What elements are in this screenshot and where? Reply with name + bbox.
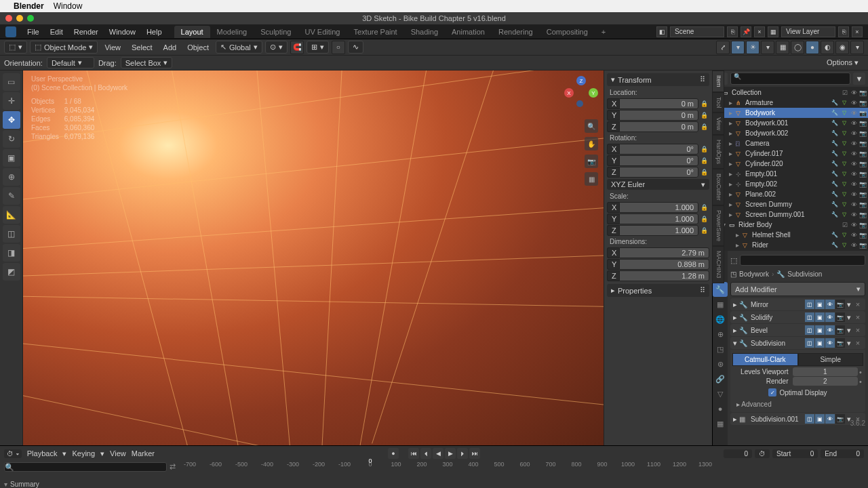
tab-hardops[interactable]: HardOps xyxy=(712,135,724,169)
jump-start-icon[interactable]: ⏮ xyxy=(408,448,419,459)
tool-addcube[interactable]: ◫ xyxy=(3,225,20,243)
viewlayer-new[interactable]: ⎘ xyxy=(838,26,849,37)
scale-y[interactable]: 1.000 xyxy=(619,214,698,224)
tool-scale[interactable]: ▣ xyxy=(3,149,20,167)
nav-gizmo[interactable]: Z X Y xyxy=(564,76,598,110)
ptab-constraints[interactable]: 🔗 xyxy=(713,371,728,386)
levels-render[interactable]: 2 xyxy=(793,377,859,386)
rot-x[interactable]: 0° xyxy=(619,144,698,155)
camera-icon[interactable]: 📷 xyxy=(585,155,598,168)
tree-row[interactable]: ▸⊹Empty.002🔧▽👁📷 xyxy=(713,179,868,189)
modifier-subdivision[interactable]: ▾🔧Subdivision◫▣👁📷▾× xyxy=(730,337,865,349)
select-menu[interactable]: Select xyxy=(127,43,157,52)
tree-row[interactable]: ▸▽Rider🔧▽👁📷 xyxy=(713,240,868,250)
tl-keying[interactable]: Keying xyxy=(72,449,95,458)
axis-x-icon[interactable]: X xyxy=(564,88,574,98)
dim-z[interactable]: 1.28 m xyxy=(619,270,709,281)
scale-x[interactable]: 1.000 xyxy=(619,202,698,213)
tab-animation[interactable]: Animation xyxy=(445,26,492,38)
tl-marker[interactable]: Marker xyxy=(132,449,155,458)
advanced-expand[interactable]: ▸ Advanced xyxy=(732,399,863,410)
minimize-icon[interactable] xyxy=(16,15,23,22)
tab-modeling[interactable]: Modeling xyxy=(210,26,254,38)
optimal-display-check[interactable]: ✓Optimal Display xyxy=(732,386,863,399)
tree-row[interactable]: ▸▽Cylinder.017🔧▽👁📷 xyxy=(713,148,868,159)
menu-edit[interactable]: Edit xyxy=(45,28,68,36)
mode-dropdown[interactable]: ⬚Object Mode▾ xyxy=(30,41,98,54)
gizmo-toggle[interactable]: ▾ xyxy=(731,41,745,54)
pivot-dropdown[interactable]: ⊙▾ xyxy=(265,41,288,54)
ptab-mesh[interactable]: ▽ xyxy=(713,386,728,401)
tab-layout[interactable]: Layout xyxy=(174,26,210,38)
pan-icon[interactable]: ✋ xyxy=(585,137,598,150)
menu-render[interactable]: Render xyxy=(68,28,104,36)
tree-row[interactable]: ▸▽Plane.002🔧▽👁📷 xyxy=(713,189,868,199)
tool-select[interactable]: ▭ xyxy=(3,73,20,91)
tab-rendering[interactable]: Rendering xyxy=(492,26,540,38)
scale-z[interactable]: 1.000 xyxy=(619,225,698,236)
transform-header[interactable]: ▾ Transform⠿ xyxy=(607,73,709,86)
tab-item[interactable]: Item xyxy=(712,70,724,92)
menu-file[interactable]: File xyxy=(22,28,45,36)
tree-row[interactable]: ▸▽Screen Dummy🔧▽👁📷 xyxy=(713,199,868,209)
rot-z[interactable]: 0° xyxy=(619,167,698,178)
tool-cursor[interactable]: ✛ xyxy=(3,92,20,110)
viewlayer-del[interactable]: × xyxy=(852,26,863,37)
add-modifier-button[interactable]: Add Modifier▾ xyxy=(730,282,865,296)
prop-search[interactable] xyxy=(740,255,865,266)
swap-icon[interactable]: ⇄ xyxy=(170,462,179,472)
tab-tool[interactable]: Tool xyxy=(712,92,724,113)
outliner-filter[interactable]: ▼ xyxy=(853,73,865,85)
shade-matprev[interactable]: ◐ xyxy=(821,41,834,54)
tab-view[interactable]: View xyxy=(712,113,724,135)
loc-y[interactable]: 0 m xyxy=(619,110,698,121)
orientation-dropdown[interactable]: ↖Global▾ xyxy=(216,41,262,54)
gizmo-icon[interactable]: ⤤ xyxy=(716,41,730,54)
mac-window-menu[interactable]: Window xyxy=(54,1,83,11)
outliner-tree[interactable]: ▾▭Collection☑👁📷▸⋔Armature🔧▽👁📷▸▽Bodywork🔧… xyxy=(713,87,868,251)
tl-view[interactable]: View xyxy=(110,449,126,458)
ptab-world[interactable]: ⊕ xyxy=(713,327,728,342)
scene-pin[interactable]: 📌 xyxy=(741,26,751,37)
axis-z-icon[interactable]: Z xyxy=(576,76,586,85)
tree-row[interactable]: ▸▽Bodywork.002🔧▽👁📷 xyxy=(713,128,868,138)
blender-icon[interactable] xyxy=(5,26,16,37)
add-menu[interactable]: Add xyxy=(159,43,181,52)
viewlayer-icon[interactable]: ▦ xyxy=(768,26,778,37)
tool-extra1[interactable]: ◨ xyxy=(3,244,20,262)
menu-window[interactable]: Window xyxy=(104,28,141,36)
tree-row[interactable]: ▸⊹Empty.001🔧▽👁📷 xyxy=(713,169,868,179)
snap-icon[interactable]: 🧲 xyxy=(290,41,304,54)
rot-order[interactable]: XYZ Euler ▾ xyxy=(607,179,709,190)
tool-transform[interactable]: ⊕ xyxy=(3,168,20,186)
orientation-value[interactable]: Default▾ xyxy=(47,57,94,68)
ptab-material[interactable]: ● xyxy=(713,401,728,416)
close-icon[interactable] xyxy=(5,15,12,22)
viewport-3d[interactable]: User Perspective (0) Scene Collection | … xyxy=(23,70,604,445)
scene-input[interactable] xyxy=(670,26,724,37)
tool-annotate[interactable]: ✎ xyxy=(3,187,20,205)
mac-app-name[interactable]: Blender xyxy=(14,1,44,11)
snap-type[interactable]: ⊞▾ xyxy=(307,41,329,54)
scene-icon[interactable]: ◧ xyxy=(656,26,667,37)
autokey-icon[interactable]: ● xyxy=(388,448,399,459)
ptab-modifier[interactable]: 🔧 xyxy=(713,282,728,297)
traffic-lights[interactable] xyxy=(5,15,34,22)
tree-row[interactable]: ▸⋔Armature🔧▽👁📷 xyxy=(713,98,868,108)
tree-row[interactable]: ▸▽Bodywork.001🔧▽👁📷 xyxy=(713,118,868,128)
tool-extra2[interactable]: ◩ xyxy=(3,263,20,281)
options-dropdown[interactable]: Options ▾ xyxy=(821,57,864,68)
next-key-icon[interactable]: ⏵ xyxy=(457,448,468,459)
tab-powersave[interactable]: PowerSave xyxy=(712,205,724,246)
axis-y-icon[interactable]: Y xyxy=(589,88,598,98)
scene-del[interactable]: × xyxy=(754,26,765,37)
scene-new[interactable]: ⎘ xyxy=(727,26,738,37)
maximize-icon[interactable] xyxy=(27,15,34,22)
catmull-button[interactable]: Catmull-Clark xyxy=(732,353,798,366)
drag-value[interactable]: Select Box▾ xyxy=(121,57,173,68)
shade-rendered[interactable]: ◉ xyxy=(835,41,849,54)
tool-rotate[interactable]: ↻ xyxy=(3,130,20,148)
lock-icon[interactable]: 🔒 xyxy=(698,98,709,109)
tree-row[interactable]: ▸▽Helmet Shell🔧▽👁📷 xyxy=(713,230,868,240)
tree-row[interactable]: ▸▽Cylinder.020🔧▽👁📷 xyxy=(713,159,868,169)
